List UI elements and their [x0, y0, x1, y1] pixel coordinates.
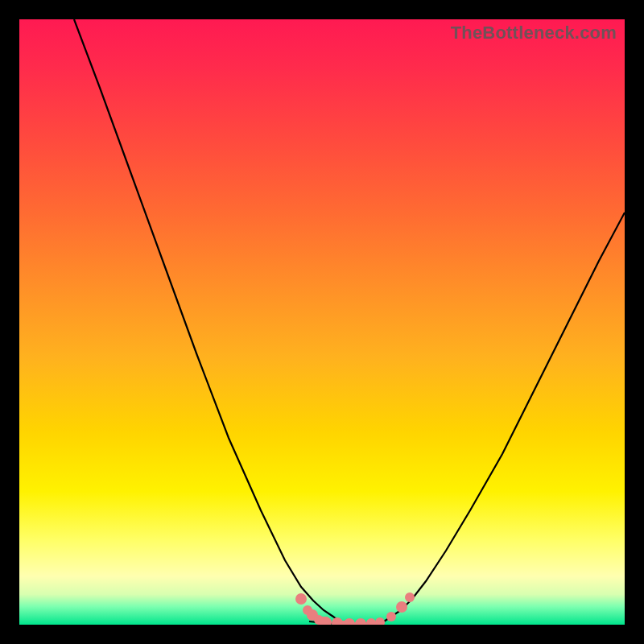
data-marker-capsule: [353, 622, 369, 625]
chart-svg: [19, 19, 625, 625]
data-marker: [386, 612, 396, 621]
data-marker: [405, 592, 415, 602]
left-curve: [74, 19, 341, 623]
data-marker: [295, 593, 307, 605]
chart-frame: TheBottleneck.com: [0, 0, 644, 644]
data-marker-capsule: [333, 621, 351, 625]
plot-background: TheBottleneck.com: [19, 19, 625, 625]
data-marker: [396, 601, 407, 613]
data-marker-capsule: [369, 622, 383, 625]
data-marker-capsule: [316, 617, 330, 625]
marker-group: [295, 592, 415, 625]
right-curve: [379, 213, 625, 623]
